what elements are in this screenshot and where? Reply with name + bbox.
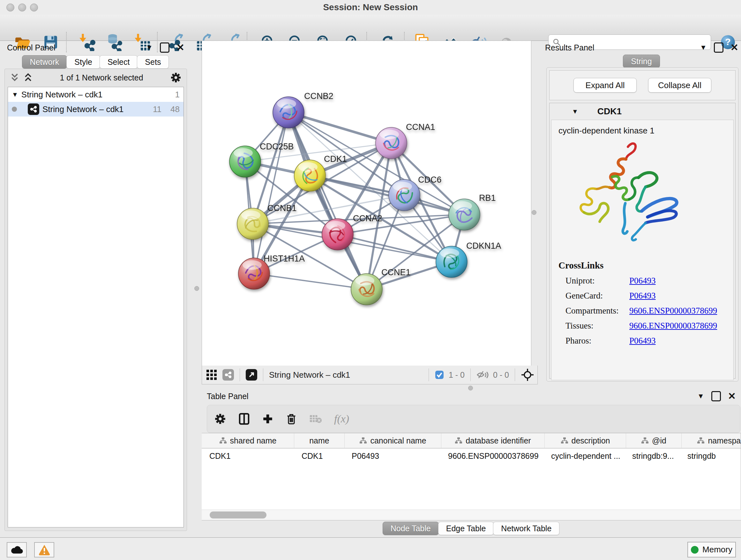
delete-column-icon[interactable] [286, 413, 297, 425]
expand-all-button[interactable]: Expand All [574, 78, 636, 92]
grid-view-icon[interactable] [205, 368, 218, 381]
detach-view-icon[interactable] [246, 369, 257, 381]
network-node-RB1[interactable]: RB1 [449, 193, 496, 230]
network-edge-count: 48 [171, 105, 180, 114]
table-toolbar: f(x) [207, 405, 740, 433]
table-cell[interactable]: stringdb:9... [624, 451, 680, 461]
table-hscrollbar [202, 509, 741, 520]
network-type-badge-icon[interactable] [222, 369, 234, 381]
crosslink-value-link[interactable]: P06493 [629, 276, 656, 286]
collapse-all-button[interactable]: Collapse All [648, 78, 711, 92]
protein-description: cyclin-dependent kinase 1 [558, 126, 730, 136]
network-edge-CCNB2-CCNA1[interactable] [288, 112, 391, 143]
collection-expand-icon[interactable]: ▼ [12, 91, 18, 98]
network-edge-HIST1H1A-CCNE1[interactable] [254, 273, 367, 289]
crosslink-row: Compartments:9606.ENSP00000378699 [558, 306, 730, 316]
table-row[interactable]: CDK1CDK1P064939606.ENSP00000378699cyclin… [202, 449, 741, 463]
table-panel-menu-icon[interactable]: ▼ [697, 392, 704, 400]
tab-network[interactable]: Network [22, 55, 67, 69]
results-panel-float-icon[interactable] [714, 43, 724, 53]
expand-all-networks-icon[interactable] [23, 72, 33, 83]
splitter-handle-right[interactable] [532, 210, 536, 215]
table-cell[interactable]: CDK1 [202, 451, 294, 461]
zoom-window-button[interactable] [30, 3, 38, 11]
results-panel-menu-icon[interactable]: ▼ [700, 44, 707, 52]
table-cell[interactable]: stringdb [680, 451, 741, 461]
control-panel-menu-icon[interactable]: ▼ [146, 44, 153, 52]
column-header-shared-name[interactable]: shared name [202, 433, 294, 448]
node-label-CDKN1A: CDKN1A [466, 241, 501, 251]
table-cell[interactable]: P06493 [344, 451, 441, 461]
table-hscrollbar-thumb[interactable] [210, 511, 266, 518]
network-label: String Network – cdk1 [43, 105, 124, 114]
tab-edge-table[interactable]: Edge Table [438, 522, 494, 535]
crosslink-value-link[interactable]: 9606.ENSP00000378699 [629, 321, 717, 331]
node-label-CCNA1: CCNA1 [406, 122, 435, 132]
network-options-gear-icon[interactable] [170, 72, 182, 83]
node-label-CDC6: CDC6 [418, 175, 442, 185]
tab-node-table[interactable]: Node Table [383, 522, 439, 535]
string-results-buttons: Expand All Collapse All [549, 70, 736, 100]
collapse-all-networks-icon[interactable] [10, 72, 19, 83]
tab-network-table[interactable]: Network Table [493, 522, 559, 535]
cloud-button[interactable] [7, 542, 27, 557]
protein-collapse-icon[interactable]: ▼ [572, 108, 578, 115]
table-cell[interactable]: CDK1 [294, 451, 344, 461]
network-node-CDKN1A[interactable]: CDKN1A [436, 241, 501, 277]
crosslink-row: Tissues:9606.ENSP00000378699 [558, 321, 730, 331]
status-bar: Memory [0, 537, 741, 560]
network-node-count: 11 [153, 105, 161, 114]
table-panel-float-icon[interactable] [711, 391, 721, 401]
memory-button[interactable]: Memory [687, 542, 736, 557]
show-columns-icon[interactable] [239, 413, 250, 425]
network-edge-CCNB2-HIST1H1A[interactable] [254, 112, 288, 273]
navbar-separator [515, 368, 515, 381]
column-header-id[interactable]: @id [626, 433, 682, 448]
birdseye-crosshair-icon[interactable] [521, 368, 534, 381]
title-bar: Session: New Session [0, 0, 741, 15]
add-column-icon[interactable] [262, 413, 273, 425]
warnings-button[interactable] [34, 542, 54, 557]
table-panel-close-icon[interactable]: ✕ [728, 391, 736, 401]
column-header-canonical-name[interactable]: canonical name [345, 433, 441, 448]
minimize-window-button[interactable] [18, 3, 26, 11]
column-header-database-identifier[interactable]: database identifier [441, 433, 545, 448]
column-header-description[interactable]: description [545, 433, 626, 448]
hidden-eye-slash-icon[interactable] [476, 370, 488, 380]
network-row[interactable]: String Network – cdk1 11 48 [8, 102, 184, 117]
crosslink-value-link[interactable]: P06493 [629, 291, 656, 301]
crosslink-label: Compartments: [558, 306, 629, 316]
network-collection-row[interactable]: ▼ String Network – cdk1 1 [8, 87, 184, 102]
table-options-gear-icon[interactable] [214, 413, 226, 425]
control-panel-close-icon[interactable]: ✕ [177, 43, 185, 52]
close-window-button[interactable] [6, 3, 14, 11]
control-panel-float-icon[interactable] [160, 43, 170, 53]
column-header-name[interactable]: name [294, 433, 345, 448]
crosslink-value-link[interactable]: 9606.ENSP00000378699 [629, 306, 717, 316]
network-node-CCNA1[interactable]: CCNA1 [376, 122, 435, 159]
crosslink-value-link[interactable]: P06493 [629, 336, 656, 346]
crosslink-label: Pharos: [558, 336, 629, 346]
table-cell[interactable]: cyclin-dependent ... [543, 451, 624, 461]
table-cell[interactable]: 9606.ENSP00000378699 [441, 451, 543, 461]
protein-header[interactable]: ▼ CDK1 [549, 103, 735, 120]
navbar-separator [240, 368, 240, 381]
memory-label: Memory [702, 545, 732, 555]
network-node-HIST1H1A[interactable]: HIST1H1A [239, 254, 305, 289]
collection-label: String Network – cdk1 [21, 90, 103, 100]
tab-string[interactable]: String [623, 55, 660, 68]
crosslink-label: Uniprot: [558, 276, 629, 286]
window-controls [6, 3, 38, 11]
results-panel-close-icon[interactable]: ✕ [731, 43, 738, 52]
column-header-namespace[interactable]: namespace [682, 433, 741, 448]
network-node-CCNB1[interactable]: CCNB1 [237, 203, 297, 240]
tab-select[interactable]: Select [99, 55, 138, 69]
splitter-handle-left[interactable] [194, 286, 199, 291]
table-tabs: Node TableEdge TableNetwork Table [202, 522, 741, 535]
node-label-CCNB2: CCNB2 [304, 91, 333, 101]
tab-style[interactable]: Style [66, 55, 100, 69]
network-svg[interactable]: CCNB2CCNA1CDC25BCDK1CDC6RB1CCNB1CCNA2CDK… [202, 41, 530, 365]
selected-checkbox-icon[interactable] [434, 370, 444, 380]
network-canvas[interactable]: CCNB2CCNA1CDC25BCDK1CDC6RB1CCNB1CCNA2CDK… [202, 41, 531, 366]
tab-sets[interactable]: Sets [137, 55, 169, 69]
